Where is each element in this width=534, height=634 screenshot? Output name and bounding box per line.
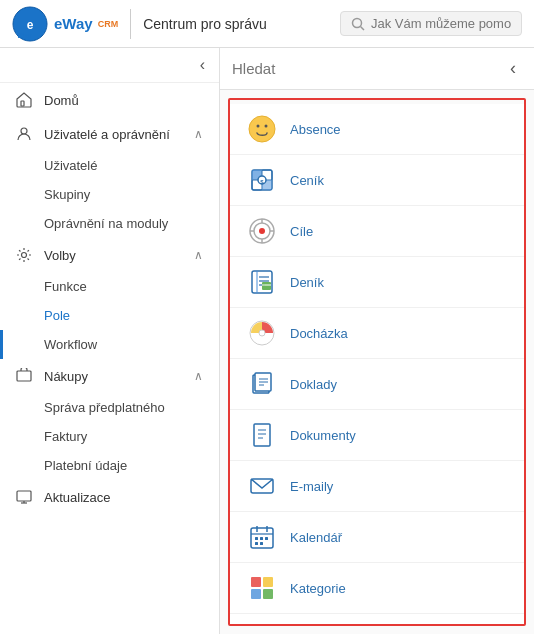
sidebar-label-aktualizace: Aktualizace: [44, 490, 110, 505]
module-item-doklady[interactable]: Doklady: [230, 359, 524, 410]
logo-area: e Way eWay CRM: [12, 6, 118, 42]
svg-line-4: [361, 26, 365, 30]
sidebar-label-faktury: Faktury: [44, 429, 87, 444]
main-layout: ‹ Domů Uživatelé a oprávnění ∧: [0, 48, 534, 634]
cenik-icon: $: [246, 164, 278, 196]
svg-point-13: [257, 125, 260, 128]
module-label-denik: Deník: [290, 275, 324, 290]
header-search-input[interactable]: [371, 16, 511, 31]
chevron-up-icon: ∧: [194, 127, 203, 141]
sidebar-item-faktury[interactable]: Faktury: [0, 422, 219, 451]
svg-text:e: e: [27, 18, 34, 32]
header-title: Centrum pro správu: [143, 16, 267, 32]
svg-rect-59: [251, 589, 261, 599]
module-label-kategorie: Kategorie: [290, 581, 346, 596]
user-icon: [16, 126, 36, 142]
chevron-up-icon-nakupy: ∧: [194, 369, 203, 383]
sidebar-item-workflow[interactable]: Workflow: [0, 330, 219, 359]
kontakty-icon: [246, 623, 278, 626]
module-item-denik[interactable]: Deník: [230, 257, 524, 308]
header-divider: [130, 9, 131, 39]
sidebar-label-sprava: Správa předplatného: [44, 400, 165, 415]
sidebar-item-platebni[interactable]: Platební údaje: [0, 451, 219, 480]
sidebar-collapse-area: ‹: [0, 48, 219, 83]
svg-point-7: [22, 253, 27, 258]
sidebar-item-sprava[interactable]: Správa předplatného: [0, 393, 219, 422]
denik-icon: [246, 266, 278, 298]
module-item-absence[interactable]: Absence: [230, 104, 524, 155]
module-label-kalendar: Kalendář: [290, 530, 342, 545]
sidebar-item-funkce[interactable]: Funkce: [0, 272, 219, 301]
sidebar-item-domov[interactable]: Domů: [0, 83, 219, 117]
right-panel: ‹ Absence: [220, 48, 534, 634]
svg-rect-43: [254, 424, 270, 446]
module-label-cenik: Ceník: [290, 173, 324, 188]
module-item-kalendar[interactable]: Kalendář: [230, 512, 524, 563]
sidebar-item-uzivatele[interactable]: Uživatelé a oprávnění ∧: [0, 117, 219, 151]
module-item-kategorie[interactable]: Kategorie: [230, 563, 524, 614]
svg-rect-9: [17, 491, 31, 501]
module-label-doklady: Doklady: [290, 377, 337, 392]
svg-rect-54: [265, 537, 268, 540]
module-item-cenik[interactable]: $ Ceník: [230, 155, 524, 206]
sidebar: ‹ Domů Uživatelé a oprávnění ∧: [0, 48, 220, 634]
sidebar-item-aktualizace[interactable]: Aktualizace: [0, 480, 219, 514]
module-label-absence: Absence: [290, 122, 341, 137]
emaily-icon: [246, 470, 278, 502]
svg-point-6: [21, 128, 27, 134]
cart-icon: [16, 368, 36, 384]
panel-close-button[interactable]: ‹: [504, 56, 522, 81]
sidebar-item-skupiny[interactable]: Skupiny: [0, 180, 219, 209]
module-item-emaily[interactable]: E-maily: [230, 461, 524, 512]
sidebar-label-pole: Pole: [44, 308, 70, 323]
panel-search-area: [232, 60, 504, 77]
home-icon: [16, 92, 36, 108]
header-search-box[interactable]: [340, 11, 522, 36]
doklady-icon: [246, 368, 278, 400]
panel-search-input[interactable]: [232, 60, 412, 77]
sidebar-item-uzivatele-sub[interactable]: Uživatelé: [0, 151, 219, 180]
sidebar-item-nakupy[interactable]: Nákupy ∧: [0, 359, 219, 393]
sidebar-item-opravneni[interactable]: Oprávnění na moduly: [0, 209, 219, 238]
cile-icon: [246, 215, 278, 247]
sidebar-item-pole[interactable]: Pole: [0, 301, 219, 330]
svg-rect-53: [260, 537, 263, 540]
module-list: Absence $ Ceník: [228, 98, 526, 626]
svg-rect-8: [17, 371, 31, 381]
svg-text:Way: Way: [17, 32, 31, 40]
sidebar-label-domov: Domů: [44, 93, 79, 108]
module-label-cile: Cíle: [290, 224, 313, 239]
module-item-kontakty[interactable]: Kontakty: [230, 614, 524, 626]
module-item-dochazka[interactable]: Docházka: [230, 308, 524, 359]
svg-point-14: [265, 125, 268, 128]
sidebar-label-opravneni: Oprávnění na moduly: [44, 216, 168, 231]
logo-crm: CRM: [98, 19, 119, 29]
search-icon: [351, 17, 365, 31]
sidebar-label-workflow: Workflow: [44, 337, 97, 352]
module-label-emaily: E-maily: [290, 479, 333, 494]
sidebar-label-platebni: Platební údaje: [44, 458, 127, 473]
panel-header: ‹: [220, 48, 534, 90]
svg-point-24: [259, 228, 265, 234]
svg-rect-58: [263, 577, 273, 587]
svg-rect-55: [255, 542, 258, 545]
dokumenty-icon: [246, 419, 278, 451]
svg-rect-30: [256, 271, 258, 293]
svg-rect-56: [260, 542, 263, 545]
sidebar-item-volby[interactable]: Volby ∧: [0, 238, 219, 272]
sidebar-collapse-button[interactable]: ‹: [194, 54, 211, 76]
module-item-cile[interactable]: Cíle: [230, 206, 524, 257]
kategorie-icon: [246, 572, 278, 604]
sidebar-label-uzivatele-sub: Uživatelé: [44, 158, 97, 173]
kalendar-icon: [246, 521, 278, 553]
svg-rect-52: [255, 537, 258, 540]
svg-point-12: [249, 116, 275, 142]
svg-rect-60: [263, 589, 273, 599]
dochazka-icon: [246, 317, 278, 349]
module-item-dokumenty[interactable]: Dokumenty: [230, 410, 524, 461]
sidebar-label-nakupy: Nákupy: [44, 369, 88, 384]
gear-icon: [16, 247, 36, 263]
svg-rect-34: [262, 282, 271, 290]
module-label-dokumenty: Dokumenty: [290, 428, 356, 443]
monitor-icon: [16, 489, 36, 505]
